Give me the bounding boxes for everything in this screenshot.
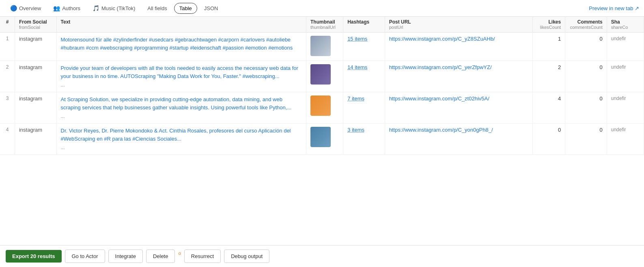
cell-share: undefir — [607, 124, 644, 155]
post-text: Motorensound für alle #zylinderfinder #u… — [61, 37, 293, 51]
cell-thumbnail — [306, 124, 343, 155]
table-row: 3instagramAt Scraping Solution, we speci… — [0, 92, 644, 124]
tab-authors[interactable]: 👥 Authors — [48, 2, 86, 14]
cell-hashtags[interactable]: 15 items — [343, 33, 385, 61]
alpha-badge: α — [178, 251, 181, 256]
col-header-posturl: Post URL postUrl — [385, 17, 533, 33]
cell-from: instagram — [15, 92, 56, 124]
resurrect-button[interactable]: Resurrect — [184, 250, 221, 263]
tab-overview[interactable]: 🔵 Overview — [5, 2, 46, 14]
preview-link[interactable]: Preview in new tab ↗ — [589, 5, 639, 11]
hashtag-count-link[interactable]: 3 items — [347, 127, 364, 133]
export-button[interactable]: Export 20 results — [6, 250, 62, 263]
thumbnail-image — [310, 64, 331, 85]
cell-from: instagram — [15, 61, 56, 92]
cell-likes: 1 — [533, 33, 565, 61]
cell-text: Provide your team of developers with all… — [56, 61, 306, 92]
tab-json[interactable]: JSON — [199, 3, 224, 14]
tab-table[interactable]: Table — [174, 3, 197, 14]
tab-allfields[interactable]: All fields — [142, 3, 172, 14]
table-row: 1instagramMotorensound für alle #zylinde… — [0, 33, 644, 61]
delete-button[interactable]: Delete — [146, 250, 175, 263]
text-expand[interactable]: ... — [61, 144, 302, 151]
go-to-actor-button[interactable]: Go to Actor — [65, 250, 105, 263]
cell-num: 4 — [0, 124, 15, 155]
cell-num: 3 — [0, 92, 15, 124]
cell-post-url: https://www.instagram.com/p/C_yZ8SZuAHb/ — [385, 33, 533, 61]
cell-share: undefir — [607, 33, 644, 61]
cell-from: instagram — [15, 33, 56, 61]
col-header-from: From Social fromSocial — [15, 17, 56, 33]
col-header-hashtags: Hashtags — [343, 17, 385, 33]
music-icon: 🎵 — [93, 5, 99, 11]
cell-comments: 0 — [565, 124, 607, 155]
tab-allfields-label: All fields — [147, 5, 167, 11]
bottom-toolbar: Export 20 results Go to Actor Integrate … — [0, 245, 644, 267]
post-url-link[interactable]: https://www.instagram.com/p/C_zt02hiv5A/ — [389, 96, 489, 102]
table-row: 2instagramProvide your team of developer… — [0, 61, 644, 92]
post-text: Dr. Victor Reyes, Dr. Pierre Mokondoko &… — [61, 128, 291, 142]
top-nav: 🔵 Overview 👥 Authors 🎵 Music (TikTok) Al… — [0, 0, 644, 17]
data-table-container: # From Social fromSocial Text Thumbnail … — [0, 17, 644, 245]
cell-likes: 2 — [533, 61, 565, 92]
col-header-text: Text — [56, 17, 306, 33]
post-url-link[interactable]: https://www.instagram.com/p/C_yerZfpwYZ/ — [389, 64, 492, 70]
col-header-share: Sha shareCo — [607, 17, 644, 33]
cell-from: instagram — [15, 124, 56, 155]
thumbnail-image — [310, 127, 331, 147]
cell-thumbnail — [306, 33, 343, 61]
cell-thumbnail — [306, 61, 343, 92]
overview-icon: 🔵 — [10, 5, 17, 11]
post-url-link[interactable]: https://www.instagram.com/p/C_yZ8SZuAHb/ — [389, 36, 495, 42]
cell-share: undefir — [607, 61, 644, 92]
cell-share: undefir — [607, 92, 644, 124]
cell-comments: 0 — [565, 92, 607, 124]
tab-overview-label: Overview — [19, 5, 41, 11]
data-table: # From Social fromSocial Text Thumbnail … — [0, 17, 644, 155]
cell-post-url: https://www.instagram.com/p/C_yerZfpwYZ/ — [385, 61, 533, 92]
cell-post-url: https://www.instagram.com/p/C_zt02hiv5A/ — [385, 92, 533, 124]
cell-text: At Scraping Solution, we specialize in p… — [56, 92, 306, 124]
col-header-num: # — [0, 17, 15, 33]
table-body: 1instagramMotorensound für alle #zylinde… — [0, 33, 644, 155]
hashtag-count-link[interactable]: 14 items — [347, 64, 367, 70]
tab-music-label: Music (TikTok) — [101, 5, 135, 11]
post-url-link[interactable]: https://www.instagram.com/p/C_yon0gPh8_/ — [389, 127, 493, 133]
cell-num: 1 — [0, 33, 15, 61]
cell-likes: 0 — [533, 124, 565, 155]
cell-hashtags[interactable]: 3 items — [343, 124, 385, 155]
cell-text: Dr. Victor Reyes, Dr. Pierre Mokondoko &… — [56, 124, 306, 155]
cell-comments: 0 — [565, 33, 607, 61]
cell-hashtags[interactable]: 14 items — [343, 61, 385, 92]
cell-thumbnail — [306, 92, 343, 124]
tab-json-label: JSON — [204, 5, 218, 11]
cell-post-url: https://www.instagram.com/p/C_yon0gPh8_/ — [385, 124, 533, 155]
cell-likes: 4 — [533, 92, 565, 124]
hashtag-count-link[interactable]: 7 items — [347, 96, 364, 102]
post-text: At Scraping Solution, we specialize in p… — [61, 96, 292, 111]
col-header-comments: Comments commentsCount — [565, 17, 607, 33]
tab-music[interactable]: 🎵 Music (TikTok) — [87, 2, 140, 14]
tab-authors-label: Authors — [62, 5, 80, 11]
text-expand[interactable]: ... — [61, 113, 302, 120]
cell-text: Motorensound für alle #zylinderfinder #u… — [56, 33, 306, 61]
tab-table-label: Table — [179, 5, 192, 11]
col-header-thumbnail: Thumbnail thumbnailUrl — [306, 17, 343, 33]
cell-comments: 0 — [565, 61, 607, 92]
cell-num: 2 — [0, 61, 15, 92]
text-expand[interactable]: ... — [61, 81, 302, 89]
thumbnail-image — [310, 36, 331, 56]
col-header-likes: Likes likesCount — [533, 17, 565, 33]
hashtag-count-link[interactable]: 15 items — [347, 36, 367, 42]
table-header-row: # From Social fromSocial Text Thumbnail … — [0, 17, 644, 33]
integrate-button[interactable]: Integrate — [108, 250, 143, 263]
post-text: Provide your team of developers with all… — [61, 65, 298, 79]
debug-output-button[interactable]: Debug output — [224, 250, 269, 263]
cell-hashtags[interactable]: 7 items — [343, 92, 385, 124]
authors-icon: 👥 — [53, 5, 60, 11]
thumbnail-image — [310, 96, 331, 116]
table-row: 4instagramDr. Victor Reyes, Dr. Pierre M… — [0, 124, 644, 155]
